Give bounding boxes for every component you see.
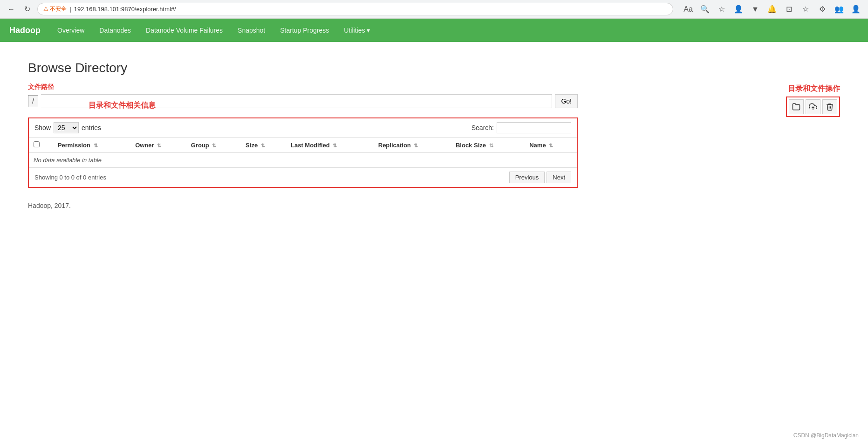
dir-annotation-label: 目录和文件相关信息	[89, 101, 156, 110]
nav-link-utilities[interactable]: Utilities ▾	[336, 20, 377, 41]
extensions-icon[interactable]: 🔔	[765, 3, 779, 16]
nav-link-datanodes[interactable]: Datanodes	[92, 20, 138, 41]
navbar-nav: Overview Datanodes Datanode Volume Failu…	[50, 20, 377, 41]
next-button[interactable]: Next	[547, 172, 571, 183]
url-separator: |	[69, 6, 71, 13]
search-label: Search:	[472, 124, 494, 131]
bookmark-icon[interactable]: ☆	[715, 3, 728, 16]
entries-select[interactable]: 10 25 50 100	[54, 122, 79, 133]
browser-icons: Aa 🔍 ☆ 👤 ▼ 🔔 ⊡ ☆ ⚙ 👥 👤	[682, 3, 862, 16]
empty-message: No data available in table	[29, 153, 577, 168]
sort-icon-size: ⇅	[261, 143, 265, 148]
showing-info: Showing 0 to 0 of 0 entries	[34, 174, 106, 181]
file-ops-area: 目录和文件操作	[786, 84, 840, 117]
navbar-brand[interactable]: Hadoop	[9, 26, 41, 35]
table-section: Show 10 25 50 100 entries Search:	[28, 117, 578, 188]
navbar: Hadoop Overview Datanodes Datanode Volum…	[0, 19, 868, 42]
favorites-icon[interactable]: ☆	[799, 3, 812, 16]
file-ops-buttons	[786, 96, 840, 117]
col-block-size[interactable]: Block Size ⇅	[451, 138, 525, 153]
nav-item-datanodes[interactable]: Datanodes	[92, 20, 138, 41]
col-checkbox[interactable]	[29, 138, 53, 153]
table-header: Permission ⇅ Owner ⇅ Group ⇅ Size ⇅	[29, 138, 577, 153]
back-button[interactable]: ←	[6, 4, 17, 15]
url-text: 192.168.198.101:9870/explorer.html#/	[74, 6, 176, 13]
file-ops-label: 目录和文件操作	[786, 84, 840, 94]
profile-icon[interactable]: 👤	[732, 3, 745, 16]
col-last-modified[interactable]: Last Modified ⇅	[286, 138, 374, 153]
col-permission[interactable]: Permission ⇅	[53, 138, 130, 153]
sort-icon-group: ⇅	[212, 143, 216, 148]
sort-icon-block-size: ⇅	[489, 143, 493, 148]
user-icon[interactable]: 👤	[849, 3, 862, 16]
empty-row: No data available in table	[29, 153, 577, 168]
table-body: No data available in table	[29, 153, 577, 168]
security-warning: ⚠ 不安全	[43, 5, 67, 13]
refresh-button[interactable]: ↻	[21, 4, 33, 15]
footer-text: Hadoop, 2017.	[28, 202, 578, 209]
accounts-icon[interactable]: 👥	[833, 3, 846, 16]
nav-link-snapshot[interactable]: Snapshot	[230, 20, 273, 41]
sort-icon-replication: ⇅	[414, 143, 418, 148]
col-name[interactable]: Name ⇅	[525, 138, 577, 153]
previous-button[interactable]: Previous	[509, 172, 545, 183]
nav-item-overview[interactable]: Overview	[50, 20, 92, 41]
path-prefix: /	[28, 95, 38, 107]
nav-link-overview[interactable]: Overview	[50, 20, 92, 41]
sort-icon-permission: ⇅	[94, 143, 98, 148]
table-footer: Showing 0 to 0 of 0 entries Previous Nex…	[29, 167, 577, 187]
zoom-icon[interactable]: 🔍	[698, 3, 711, 16]
filepath-label: 文件路径	[28, 83, 578, 91]
pagination-buttons: Previous Next	[509, 172, 571, 183]
sort-icon-owner: ⇅	[157, 143, 161, 148]
entries-suffix: entries	[82, 124, 101, 131]
col-replication[interactable]: Replication ⇅	[374, 138, 451, 153]
upload-button[interactable]	[806, 99, 820, 114]
sort-icon-name: ⇅	[549, 143, 553, 148]
tab-search-icon[interactable]: ⊡	[782, 3, 795, 16]
nav-link-startup-progress[interactable]: Startup Progress	[273, 20, 336, 41]
delete-button[interactable]	[822, 99, 837, 114]
create-folder-button[interactable]	[789, 99, 804, 114]
nav-item-startup-progress[interactable]: Startup Progress	[273, 20, 336, 41]
search-area: Search:	[472, 122, 571, 133]
col-owner[interactable]: Owner ⇅	[130, 138, 186, 153]
go-button[interactable]: Go!	[555, 94, 578, 108]
search-input[interactable]	[497, 122, 571, 133]
nav-link-datanode-volume-failures[interactable]: Datanode Volume Failures	[138, 20, 230, 41]
col-size[interactable]: Size ⇅	[241, 138, 286, 153]
show-label: Show	[34, 124, 51, 131]
col-group[interactable]: Group ⇅	[186, 138, 241, 153]
data-table: Permission ⇅ Owner ⇅ Group ⇅ Size ⇅	[29, 137, 577, 167]
nav-item-utilities[interactable]: Utilities ▾	[336, 20, 377, 41]
dropdown-icon[interactable]: ▼	[749, 3, 762, 16]
show-entries: Show 10 25 50 100 entries	[34, 122, 101, 133]
main-content: Browse Directory 文件路径 / Go! 目录和文件相关信息 Sh…	[0, 42, 606, 228]
nav-item-datanode-volume-failures[interactable]: Datanode Volume Failures	[138, 20, 230, 41]
address-bar: ⚠ 不安全 | 192.168.198.101:9870/explorer.ht…	[37, 3, 673, 15]
nav-item-snapshot[interactable]: Snapshot	[230, 20, 273, 41]
select-all-checkbox[interactable]	[34, 141, 40, 147]
sort-icon-last-modified: ⇅	[333, 143, 337, 148]
table-controls: Show 10 25 50 100 entries Search:	[29, 118, 577, 137]
reading-mode-icon[interactable]: Aa	[682, 3, 695, 16]
settings-icon[interactable]: ⚙	[816, 3, 829, 16]
browser-chrome: ← ↻ ⚠ 不安全 | 192.168.198.101:9870/explore…	[0, 0, 868, 19]
page-title: Browse Directory	[28, 61, 578, 76]
